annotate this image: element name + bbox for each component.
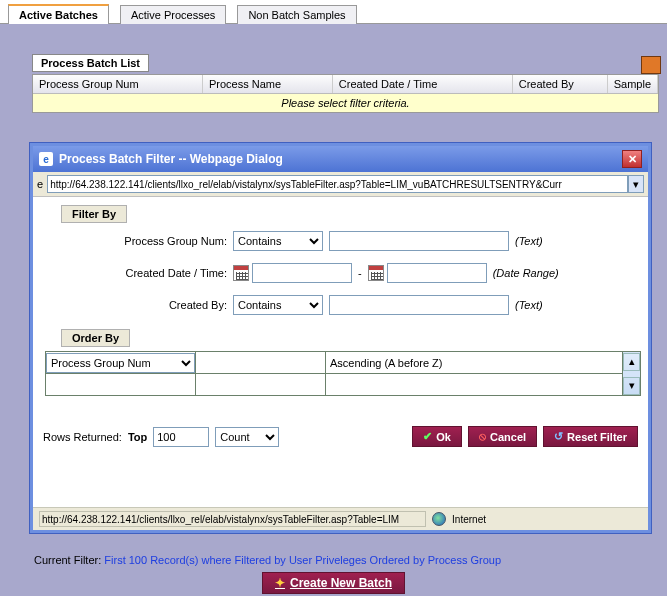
status-url bbox=[39, 511, 426, 527]
dialog-status-bar: Internet bbox=[33, 507, 648, 530]
order-scrollbar[interactable]: ▴ ▾ bbox=[623, 352, 641, 396]
scroll-up-icon[interactable]: ▴ bbox=[623, 353, 640, 371]
globe-icon bbox=[432, 512, 446, 526]
ie-page-icon: e bbox=[37, 178, 43, 190]
label-created-by: Created By: bbox=[43, 299, 233, 311]
top-value[interactable] bbox=[153, 427, 209, 447]
order-extra-1[interactable] bbox=[196, 353, 325, 373]
address-input[interactable] bbox=[47, 175, 628, 193]
panel-title: Process Batch List bbox=[32, 54, 149, 72]
date-to[interactable] bbox=[387, 263, 487, 283]
bottom-row: Rows Returned: Top Count ✔Ok ⦸Cancel ↺Re… bbox=[43, 426, 638, 447]
tab-bar: Active Batches Active Processes Non Batc… bbox=[0, 0, 667, 24]
close-icon[interactable]: ✕ bbox=[622, 150, 642, 168]
sparkle-icon: ✦ bbox=[275, 576, 285, 590]
calendar-from-icon[interactable] bbox=[233, 265, 249, 281]
order-row-2 bbox=[46, 374, 641, 396]
filter-row-cdt: Created Date / Time: - (Date Range) bbox=[43, 259, 638, 287]
tab-active-processes[interactable]: Active Processes bbox=[120, 5, 226, 24]
operator-cby[interactable]: Contains bbox=[233, 295, 323, 315]
hint-cdt: (Date Range) bbox=[493, 267, 559, 279]
create-new-batch-button[interactable]: ✦ Create New Batch bbox=[262, 572, 405, 594]
top-label: Top bbox=[128, 431, 147, 443]
col-created-date-time[interactable]: Created Date / Time bbox=[333, 75, 513, 93]
cancel-button[interactable]: ⦸Cancel bbox=[468, 426, 537, 447]
label-process-group-num: Process Group Num: bbox=[43, 235, 233, 247]
filter-dialog: e Process Batch Filter -- Webpage Dialog… bbox=[30, 143, 651, 533]
dialog-title: Process Batch Filter -- Webpage Dialog bbox=[59, 152, 283, 166]
col-process-name[interactable]: Process Name bbox=[203, 75, 333, 93]
reset-filter-button[interactable]: ↺Reset Filter bbox=[543, 426, 638, 447]
count-select[interactable]: Count bbox=[215, 427, 279, 447]
hint-cby: (Text) bbox=[515, 299, 543, 311]
operator-pgn[interactable]: Contains bbox=[233, 231, 323, 251]
hint-pgn: (Text) bbox=[515, 235, 543, 247]
col-process-group-num[interactable]: Process Group Num bbox=[33, 75, 203, 93]
current-filter: Current Filter: First 100 Record(s) wher… bbox=[34, 554, 501, 566]
value-cby[interactable] bbox=[329, 295, 509, 315]
filter-row-cby: Created By: Contains (Text) bbox=[43, 291, 638, 319]
batch-grid: Process Group Num Process Name Created D… bbox=[32, 74, 659, 113]
value-pgn[interactable] bbox=[329, 231, 509, 251]
current-filter-label: Current Filter: bbox=[34, 554, 101, 566]
filter-row-pgn: Process Group Num: Contains (Text) bbox=[43, 227, 638, 255]
tab-non-batch-samples[interactable]: Non Batch Samples bbox=[237, 5, 356, 24]
col-created-by[interactable]: Created By bbox=[513, 75, 608, 93]
tab-active-batches[interactable]: Active Batches bbox=[8, 4, 109, 24]
order-table: Process Group Num Ascending (A before Z)… bbox=[45, 351, 641, 396]
status-zone: Internet bbox=[452, 514, 486, 525]
check-icon: ✔ bbox=[423, 430, 432, 443]
current-filter-value: First 100 Record(s) where Filtered by Us… bbox=[104, 554, 501, 566]
rows-returned-label: Rows Returned: bbox=[43, 431, 122, 443]
ie-icon: e bbox=[39, 152, 53, 166]
order-field-1[interactable]: Process Group Num bbox=[46, 353, 195, 373]
address-bar: e ▾ bbox=[33, 172, 648, 197]
grid-criteria-msg: Please select filter criteria. bbox=[33, 94, 658, 112]
order-direction-1[interactable]: Ascending (A before Z) bbox=[326, 355, 622, 371]
panel-action-button[interactable] bbox=[641, 56, 661, 74]
scroll-down-icon[interactable]: ▾ bbox=[623, 377, 640, 395]
dialog-body: Filter By Process Group Num: Contains (T… bbox=[33, 197, 648, 453]
label-created-date-time: Created Date / Time: bbox=[43, 267, 233, 279]
order-row-1: Process Group Num Ascending (A before Z)… bbox=[46, 352, 641, 374]
cancel-icon: ⦸ bbox=[479, 430, 486, 443]
date-dash: - bbox=[358, 267, 362, 279]
refresh-icon: ↺ bbox=[554, 430, 563, 443]
col-sample[interactable]: Sample bbox=[608, 75, 658, 93]
filter-by-label: Filter By bbox=[61, 205, 127, 223]
address-dropdown-icon[interactable]: ▾ bbox=[628, 175, 644, 193]
grid-header: Process Group Num Process Name Created D… bbox=[33, 75, 658, 94]
calendar-to-icon[interactable] bbox=[368, 265, 384, 281]
dialog-titlebar[interactable]: e Process Batch Filter -- Webpage Dialog… bbox=[33, 146, 648, 172]
date-from[interactable] bbox=[252, 263, 352, 283]
order-by-label: Order By bbox=[61, 329, 130, 347]
ok-button[interactable]: ✔Ok bbox=[412, 426, 462, 447]
